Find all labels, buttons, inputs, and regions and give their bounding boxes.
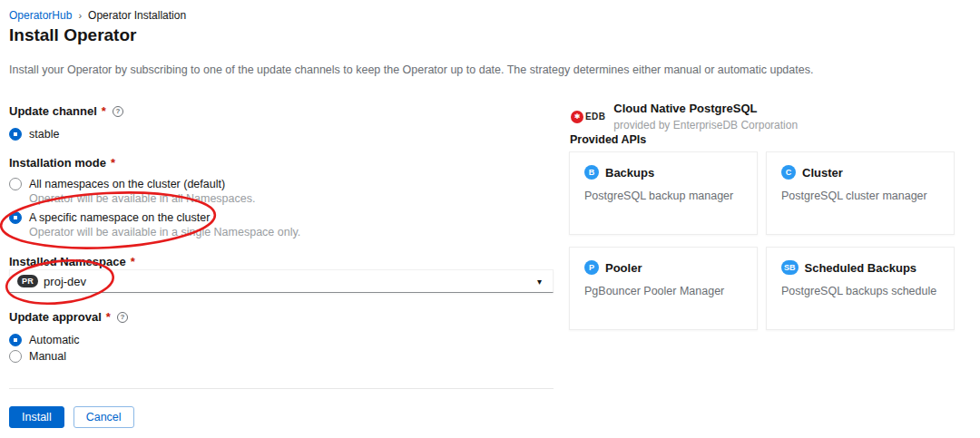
breadcrumb-current: Operator Installation: [88, 9, 186, 22]
update-channel-label-text: Update channel: [9, 104, 97, 118]
radio-all-namespaces[interactable]: [9, 178, 22, 190]
api-card-cluster: C Cluster PostgreSQL cluster manager: [766, 151, 955, 235]
api-description: PostgreSQL backups schedule: [781, 285, 939, 297]
installed-namespace-value: proj-dev: [44, 275, 86, 288]
cancel-button[interactable]: Cancel: [74, 406, 134, 428]
api-description: PostgreSQL backup manager: [584, 190, 742, 202]
update-approval-option-manual[interactable]: Manual: [9, 350, 66, 363]
installation-mode-option-specific-namespace[interactable]: A specific namespace on the cluster Oper…: [9, 211, 300, 238]
installed-namespace-label: Installed Namespace*: [9, 255, 135, 268]
scheduled-backups-abbr-icon: SB: [781, 260, 799, 275]
operator-header: ✱ EDB Cloud Native PostgreSQL provided b…: [571, 102, 798, 131]
api-description: PostgreSQL cluster manager: [781, 190, 939, 202]
form-actions: Install Cancel: [9, 406, 134, 428]
help-icon[interactable]: ?: [113, 106, 123, 117]
breadcrumb-link-operatorhub[interactable]: OperatorHub: [9, 9, 72, 22]
api-card-backups: B Backups PostgreSQL backup manager: [569, 151, 758, 235]
update-channel-option-stable[interactable]: stable: [9, 128, 59, 141]
radio-automatic-label: Automatic: [29, 334, 80, 346]
provided-apis-heading: Provided APIs: [570, 133, 646, 146]
operator-name: Cloud Native PostgreSQL: [613, 102, 798, 115]
radio-stable-label: stable: [29, 128, 59, 141]
project-badge: PR: [17, 275, 38, 287]
update-approval-option-automatic[interactable]: Automatic: [9, 334, 80, 346]
breadcrumb-separator-icon: ›: [78, 10, 82, 21]
installation-mode-label: Installation mode*: [9, 156, 115, 170]
backups-abbr-icon: B: [584, 165, 599, 180]
installed-namespace-select[interactable]: PR proj-dev ▾: [9, 269, 554, 293]
edb-logo-icon: ✱: [571, 111, 583, 123]
installation-mode-label-text: Installation mode: [9, 156, 106, 170]
update-channel-label: Update channel* ?: [9, 104, 123, 118]
radio-specific-namespace-help: Operator will be available in a single N…: [29, 226, 300, 238]
edb-logo-text: EDB: [585, 112, 605, 122]
install-button[interactable]: Install: [9, 406, 64, 428]
radio-all-namespaces-help: Operator will be available in all Namesp…: [29, 192, 255, 205]
required-asterisk: *: [111, 156, 115, 170]
api-name: Pooler: [605, 261, 642, 275]
form-divider: [9, 388, 554, 389]
radio-specific-namespace-label: A specific namespace on the cluster: [29, 211, 210, 224]
api-card-pooler: P Pooler PgBouncer Pooler Manager: [569, 247, 758, 330]
install-operator-page: OperatorHub › Operator Installation Inst…: [0, 0, 980, 438]
breadcrumb: OperatorHub › Operator Installation: [9, 9, 186, 22]
api-card-scheduled-backups: SB Scheduled Backups PostgreSQL backups …: [766, 247, 955, 330]
required-asterisk: *: [102, 104, 106, 118]
operator-provider: provided by EnterpriseDB Corporation: [613, 119, 798, 131]
update-approval-label-text: Update approval: [9, 310, 102, 324]
required-asterisk: *: [131, 255, 135, 268]
cluster-abbr-icon: C: [781, 165, 796, 180]
api-description: PgBouncer Pooler Manager: [584, 285, 742, 297]
pooler-abbr-icon: P: [584, 260, 599, 275]
radio-manual-label: Manual: [29, 350, 66, 363]
radio-specific-namespace[interactable]: [9, 211, 22, 224]
api-name: Backups: [605, 166, 654, 180]
api-name: Cluster: [802, 166, 843, 180]
required-asterisk: *: [106, 310, 111, 324]
radio-all-namespaces-label: All namespaces on the cluster (default): [29, 178, 225, 190]
radio-stable[interactable]: [9, 128, 22, 141]
installation-mode-option-all-namespaces[interactable]: All namespaces on the cluster (default) …: [9, 178, 255, 205]
radio-automatic[interactable]: [9, 334, 22, 346]
installed-namespace-label-text: Installed Namespace: [9, 255, 126, 268]
update-approval-label: Update approval* ?: [9, 310, 128, 324]
edb-logo: ✱ EDB: [571, 111, 605, 123]
chevron-down-icon: ▾: [537, 277, 542, 287]
api-name: Scheduled Backups: [805, 261, 917, 275]
provided-apis-grid: B Backups PostgreSQL backup manager C Cl…: [569, 151, 955, 330]
page-description: Install your Operator by subscribing to …: [9, 63, 813, 76]
radio-manual[interactable]: [9, 350, 22, 363]
page-title: Install Operator: [9, 25, 136, 45]
help-icon[interactable]: ?: [117, 312, 128, 323]
